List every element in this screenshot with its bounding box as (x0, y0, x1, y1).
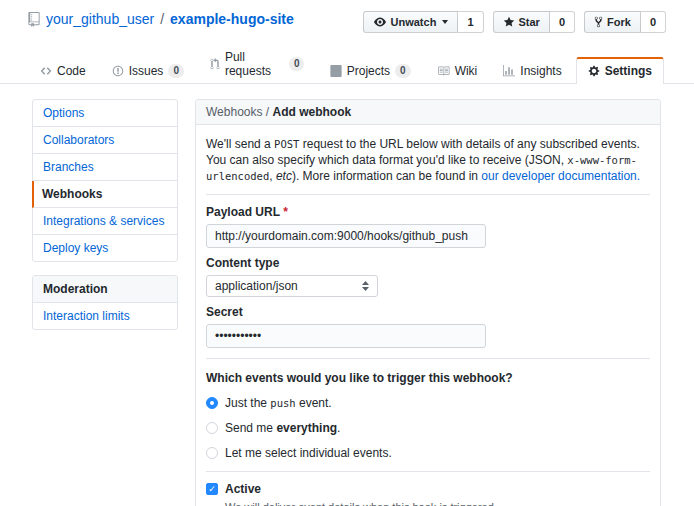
radio-just-push-label: Just the push event. (225, 396, 332, 410)
panel-breadcrumb-current: Add webhook (273, 105, 352, 119)
active-help-text: We will deliver event details when this … (225, 500, 650, 506)
repo-header: your_github_user / example-hugo-site Unw… (0, 0, 694, 33)
radio-send-everything[interactable]: Send me everything. (206, 421, 650, 435)
webhook-intro-text: We'll send a POST request to the URL bel… (206, 136, 650, 184)
settings-sidebar: Options Collaborators Branches Webhooks … (32, 99, 178, 330)
star-button-group: Star 0 (493, 11, 576, 33)
tab-wiki-label: Wiki (455, 64, 478, 78)
radio1-code-push: push (270, 397, 295, 409)
secret-input[interactable] (206, 324, 486, 348)
content-type-select[interactable]: application/json (206, 275, 378, 297)
developer-docs-link[interactable]: our developer documentation. (481, 169, 640, 183)
book-icon (437, 65, 450, 77)
select-updown-icon (362, 281, 369, 291)
tab-pull-requests[interactable]: Pull requests 0 (198, 43, 316, 84)
sidebar-item-collaborators[interactable]: Collaborators (33, 127, 177, 154)
sidebar-item-integrations[interactable]: Integrations & services (33, 208, 177, 235)
divider (206, 471, 650, 472)
sidebar-item-webhooks[interactable]: Webhooks (32, 181, 177, 208)
watch-button-group: Unwatch 1 (363, 11, 484, 33)
repo-breadcrumb: your_github_user / example-hugo-site (28, 11, 294, 27)
star-button[interactable]: Star (493, 11, 550, 33)
eye-icon (373, 16, 387, 28)
radio2-bold: everything (276, 421, 337, 435)
radio-button-icon[interactable] (206, 397, 218, 409)
fork-button-group: Fork 0 (584, 11, 666, 33)
tab-settings[interactable]: Settings (576, 57, 664, 84)
add-webhook-form: We'll send a POST request to the URL bel… (196, 125, 660, 506)
sidebar-item-interaction-limits[interactable]: Interaction limits (33, 303, 177, 329)
moderation-heading: Moderation (33, 276, 177, 303)
repo-owner-link[interactable]: your_github_user (46, 11, 154, 27)
tab-wiki[interactable]: Wiki (425, 57, 490, 84)
intro-code-post: POST (274, 138, 299, 150)
checkbox-checked-icon[interactable]: ✓ (206, 483, 218, 495)
panel-breadcrumb: Webhooks / Add webhook (196, 100, 660, 125)
content-type-label: Content type (206, 256, 650, 270)
fork-button[interactable]: Fork (584, 11, 641, 33)
tab-code-label: Code (57, 64, 86, 78)
issue-icon (112, 65, 124, 77)
secret-label: Secret (206, 305, 650, 319)
fork-label: Fork (607, 15, 631, 29)
unwatch-button[interactable]: Unwatch (363, 11, 459, 33)
repo-icon (28, 12, 40, 27)
radio1-pre: Just the (225, 396, 270, 410)
sidebar-item-options[interactable]: Options (33, 100, 177, 127)
tab-settings-label: Settings (605, 64, 652, 78)
radio1-post: event. (296, 396, 332, 410)
fork-icon (594, 16, 603, 28)
star-label: Star (519, 15, 540, 29)
tab-insights-label: Insights (520, 64, 561, 78)
active-checkbox-row[interactable]: ✓ Active (206, 482, 650, 496)
intro-part3: , (269, 169, 276, 183)
issues-count-badge: 0 (168, 64, 184, 78)
settings-content: Options Collaborators Branches Webhooks … (0, 84, 694, 506)
required-asterisk: * (283, 205, 288, 219)
gear-icon (588, 65, 600, 77)
tab-projects[interactable]: Projects 0 (318, 57, 423, 84)
unwatch-label: Unwatch (391, 15, 437, 29)
sidebar-item-branches[interactable]: Branches (33, 154, 177, 181)
add-webhook-panel: Webhooks / Add webhook We'll send a POST… (195, 99, 661, 506)
code-icon (40, 65, 52, 77)
moderation-menu: Moderation Interaction limits (32, 275, 178, 330)
graph-icon (503, 65, 515, 77)
projects-count-badge: 0 (395, 64, 411, 78)
webhooks-breadcrumb-link[interactable]: Webhooks (206, 105, 262, 119)
star-icon (503, 16, 515, 28)
intro-part1: We'll send a (206, 137, 274, 151)
intro-part4: ). More information can be found in (292, 169, 481, 183)
radio-just-push[interactable]: Just the push event. (206, 396, 650, 410)
radio-button-icon[interactable] (206, 422, 218, 434)
tab-issues-label: Issues (129, 64, 164, 78)
sidebar-item-deploy-keys[interactable]: Deploy keys (33, 235, 177, 261)
repo-name-link[interactable]: example-hugo-site (170, 11, 294, 27)
tab-code[interactable]: Code (28, 57, 98, 84)
payload-url-label: Payload URL * (206, 205, 650, 219)
pull-request-icon (210, 58, 220, 70)
settings-menu: Options Collaborators Branches Webhooks … (32, 99, 178, 262)
forks-count[interactable]: 0 (641, 11, 666, 33)
divider (206, 194, 650, 195)
payload-url-input[interactable] (206, 224, 486, 248)
intro-etc: etc (276, 169, 292, 183)
tab-insights[interactable]: Insights (491, 57, 573, 84)
panel-breadcrumb-separator: / (266, 105, 269, 119)
pagehead-actions: Unwatch 1 Star 0 Fork 0 (363, 11, 666, 33)
breadcrumb-separator: / (160, 11, 164, 27)
radio-individual-events-label: Let me select individual events. (225, 446, 392, 460)
stargazers-count[interactable]: 0 (550, 11, 575, 33)
project-icon (330, 65, 342, 77)
radio-individual-events[interactable]: Let me select individual events. (206, 446, 650, 460)
tab-issues[interactable]: Issues 0 (100, 57, 196, 84)
repo-nav: Code Issues 0 Pull requests 0 Projects 0… (0, 42, 694, 84)
radio3-pre: Let me select individual events. (225, 446, 392, 460)
active-label: Active (225, 482, 261, 496)
radio2-post: . (337, 421, 340, 435)
watchers-count[interactable]: 1 (458, 11, 483, 33)
tab-pull-requests-label: Pull requests (225, 50, 284, 78)
tab-projects-label: Projects (347, 64, 390, 78)
divider (206, 358, 650, 359)
radio-button-icon[interactable] (206, 447, 218, 459)
